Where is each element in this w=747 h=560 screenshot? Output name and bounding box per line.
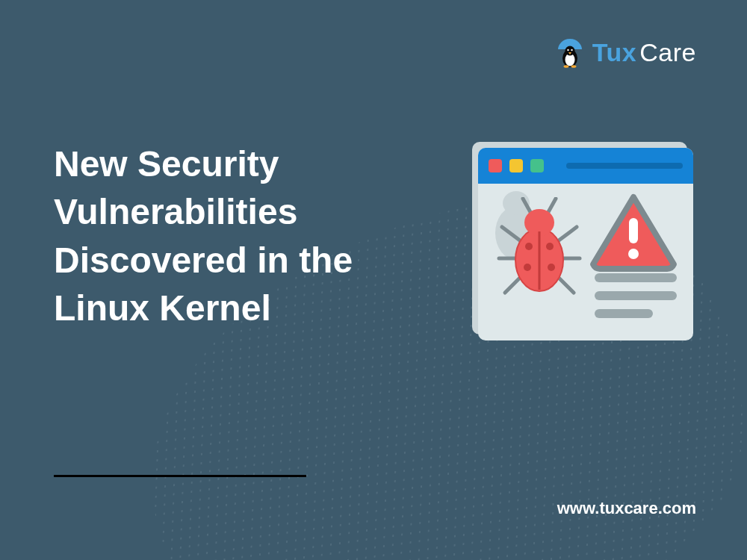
penguin-umbrella-icon [554, 36, 586, 69]
placeholder-line [595, 291, 677, 300]
placeholder-line [595, 309, 653, 318]
browser-window [478, 148, 693, 340]
svg-point-13 [525, 243, 533, 250]
logo-brand-part2: Care [639, 38, 696, 66]
svg-point-14 [546, 243, 554, 250]
svg-rect-17 [629, 218, 638, 243]
tuxcare-logo: TuxCare [554, 36, 696, 69]
svg-point-18 [628, 249, 639, 259]
browser-content [478, 184, 693, 340]
placeholder-line [595, 273, 677, 282]
headline-text: New Security Vulnerabilities Discovered … [54, 140, 412, 332]
window-dot-yellow [509, 159, 523, 172]
website-url: www.tuxcare.com [557, 499, 696, 518]
window-dot-red [489, 159, 502, 172]
browser-titlebar [478, 148, 693, 184]
svg-point-3 [567, 49, 568, 51]
security-bug-illustration [472, 142, 696, 351]
warning-triangle-icon [589, 193, 678, 276]
decorative-underline [54, 475, 306, 477]
svg-point-4 [571, 49, 572, 51]
svg-point-5 [563, 65, 568, 68]
logo-text: TuxCare [592, 38, 696, 67]
browser-url-bar [566, 163, 683, 169]
bug-icon [495, 197, 584, 305]
svg-point-16 [548, 264, 555, 271]
svg-point-6 [571, 65, 576, 68]
svg-point-15 [524, 264, 531, 271]
window-dot-green [530, 159, 544, 172]
logo-brand-part1: Tux [592, 38, 636, 66]
